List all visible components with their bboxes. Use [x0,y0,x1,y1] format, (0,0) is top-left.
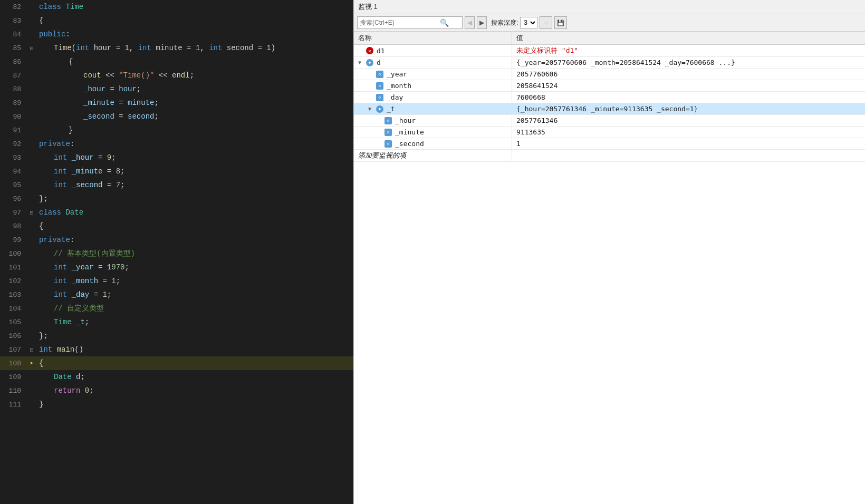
watch-icon-d: ◆ [366,59,373,66]
token: int [138,44,151,52]
line-content-92[interactable]: private: [37,140,353,148]
line-content-89[interactable]: _minute = minute; [37,99,353,107]
token: 1970 [107,263,125,272]
watch-value-d._month: 2058641524 [512,81,865,91]
watch-panel-title: 监视 1 [354,0,865,14]
code-line-95: 95int _second = 7; [0,178,353,192]
line-gutter-108: ➤ [26,360,37,367]
depth-select[interactable]: 3 1 2 4 5 [520,17,537,28]
line-content-105[interactable]: Time _t; [37,318,353,326]
line-number-104: 104 [0,305,26,313]
expand-btn-d._t[interactable]: ▼ [368,106,374,112]
depth-label: 搜索深度: [491,18,518,27]
token: ; [154,112,158,121]
token: , [129,44,138,52]
token: } [39,400,43,409]
line-content-96[interactable]: }; [37,195,353,203]
watch-row-d._t._minute[interactable]: ◇_minute9113635 [354,127,865,138]
search-box[interactable]: 🔍 [357,16,463,29]
token: 1 [266,44,271,52]
line-number-103: 103 [0,291,26,299]
line-content-93[interactable]: int _hour = 9; [37,153,353,162]
watch-row-d._t._hour[interactable]: ◇_hour2057761346 [354,115,865,127]
nav-forward-button[interactable]: ▶ [477,16,487,29]
line-content-87[interactable]: cout << "Time()" << endl; [37,71,353,80]
watch-row-d._t[interactable]: ▼◆_t{_hour=2057761346 _minute=9113635 _s… [354,103,865,115]
line-content-101[interactable]: int _year = 1970; [37,263,353,272]
token: Time [54,318,72,326]
code-line-108: 108➤{ [0,356,353,370]
fold-icon-85[interactable]: ⊟ [30,45,34,52]
code-line-104: 104// 自定义类型 [0,302,353,315]
watch-icon-d._t: ◆ [376,105,383,113]
line-content-109[interactable]: Date d; [37,373,353,381]
search-input[interactable] [360,19,439,26]
code-editor[interactable]: 82class Time83{84public:85⊟Time(int hour… [0,0,353,504]
line-content-90[interactable]: _second = second; [37,112,353,121]
token: _second [83,112,114,121]
token [67,181,71,189]
line-content-97[interactable]: class Date [37,208,353,217]
toolbar-icon-1[interactable]: ⚙ [540,16,552,29]
line-content-84[interactable]: public: [37,30,353,38]
line-number-107: 107 [0,346,26,354]
fold-icon-97[interactable]: ⊟ [30,209,34,216]
line-content-88[interactable]: _hour = hour; [37,85,353,93]
line-content-82[interactable]: class Time [37,3,353,11]
code-line-93: 93int _hour = 9; [0,151,353,164]
watch-icon-d._month: ◇ [376,82,383,90]
token [52,345,56,354]
line-content-95[interactable]: int _second = 7; [37,181,353,189]
token: << [101,71,119,80]
line-content-108[interactable]: { [37,359,353,367]
line-content-111[interactable]: } [37,400,353,409]
line-content-85[interactable]: Time(int hour = 1, int minute = 1, int s… [37,44,353,52]
line-number-93: 93 [0,154,26,162]
nav-back-button[interactable]: ◀ [465,16,475,29]
line-content-91[interactable]: } [37,126,353,134]
token: Time [65,3,83,11]
line-content-103[interactable]: int _day = 1; [37,290,353,299]
line-content-98[interactable]: { [37,222,353,230]
watch-row-d._day[interactable]: ◇_day7600668 [354,92,865,103]
line-content-94[interactable]: int _minute = 8; [37,167,353,176]
line-content-106[interactable]: }; [37,332,353,340]
code-line-103: 103int _day = 1; [0,288,353,302]
code-line-98: 98{ [0,219,353,233]
toolbar-icon-2[interactable]: 💾 [554,16,567,29]
token: : [70,140,74,148]
line-content-102[interactable]: int _month = 1; [37,277,353,285]
token [67,153,71,162]
watch-value-d._year: 2057760606 [512,69,865,79]
line-gutter-107: ⊟ [26,346,37,353]
add-watch-name[interactable]: 添加要监视的项 [354,150,512,161]
token: = [102,167,116,176]
watch-name-text-d._month: _month [387,82,411,90]
token: _month [72,277,98,285]
watch-row-d[interactable]: ▼◆d{_year=2057760606 _month=2058641524 _… [354,57,865,69]
watch-row-d._t._second[interactable]: ◇_second1 [354,138,865,150]
line-content-110[interactable]: return 0; [37,386,353,395]
search-button[interactable]: 🔍 [439,18,450,27]
add-watch-value [512,154,865,157]
watch-row-d1[interactable]: ✕d1未定义标识符 "d1" [354,45,865,57]
token: return [54,386,80,395]
watch-value-d._t: {_hour=2057761346 _minute=9113635 _secon… [512,104,865,114]
code-line-87: 87cout << "Time()" << endl; [0,69,353,82]
expand-btn-d[interactable]: ▼ [358,60,364,65]
code-line-105: 105Time _t; [0,315,353,329]
fold-icon-107[interactable]: ⊟ [30,346,34,353]
watch-name-d1: ✕d1 [354,46,512,56]
watch-row-d._year[interactable]: ◇_year2057760606 [354,69,865,80]
line-content-107[interactable]: int main() [37,345,353,354]
col-value-header: 值 [512,32,865,44]
token: { [39,16,43,25]
add-watch-row[interactable]: 添加要监视的项 [354,150,865,162]
line-content-99[interactable]: private: [37,236,353,244]
line-content-104[interactable]: // 自定义类型 [37,304,353,313]
watch-row-d._month[interactable]: ◇_month2058641524 [354,80,865,92]
watch-value-d._t._minute: 9113635 [512,127,865,137]
line-content-100[interactable]: // 基本类型(内置类型) [37,249,353,258]
line-content-86[interactable]: { [37,57,353,66]
line-content-83[interactable]: { [37,16,353,25]
